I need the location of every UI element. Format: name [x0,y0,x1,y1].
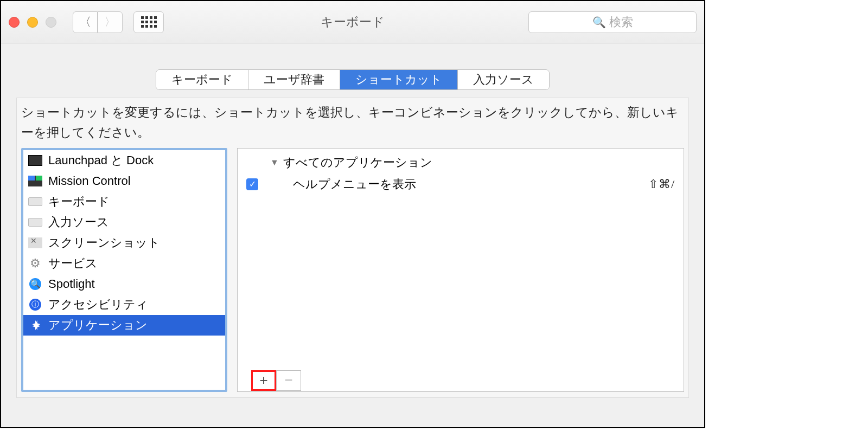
spotlight-icon: 🔍 [28,278,43,290]
group-label: すべてのアプリケーション [283,154,432,171]
app-store-icon [29,319,41,331]
remove-shortcut-button: − [276,370,301,391]
sidebar-item-label: Spotlight [48,277,95,291]
category-sidebar[interactable]: Launchpad と Dock Mission Control キーボード 入… [21,148,227,392]
checkbox-checked[interactable]: ✓ [246,178,258,190]
sidebar-item-keyboard[interactable]: キーボード [23,191,225,212]
search-placeholder: 検索 [609,14,633,30]
search-icon: 🔍 [592,16,606,29]
mission-control-icon [28,175,43,187]
add-remove-buttons: + − [251,370,301,391]
tab-input-sources[interactable]: 入力ソース [458,70,549,89]
tab-keyboard[interactable]: キーボード [156,70,248,89]
add-shortcut-button[interactable]: + [251,370,276,391]
accessibility-icon: ⓘ [28,299,43,311]
app-icon [28,319,43,331]
shortcut-detail[interactable]: ▼ すべてのアプリケーション ✓ ヘルプメニューを表示 ⇧⌘/ [237,148,684,392]
keyboard-icon [28,196,43,208]
minimize-window-button[interactable] [27,17,38,28]
sidebar-item-mission-control[interactable]: Mission Control [23,171,225,191]
launchpad-icon [28,154,43,166]
tab-shortcuts[interactable]: ショートカット [340,70,458,89]
back-button[interactable]: 〈 [73,11,98,33]
preferences-window: 〈 〉 キーボード 🔍 検索 キーボード ユーザ辞書 ショートカット 入力ソース… [0,0,705,428]
sidebar-item-services[interactable]: ⚙ サービス [23,253,225,274]
sidebar-item-applications[interactable]: アプリケーション [23,315,225,336]
sidebar-item-launchpad-dock[interactable]: Launchpad と Dock [23,150,225,171]
input-sources-icon [28,216,43,228]
sidebar-item-accessibility[interactable]: ⓘ アクセシビリティ [23,294,225,315]
titlebar: 〈 〉 キーボード 🔍 検索 [1,1,704,43]
sidebar-item-label: アプリケーション [48,317,148,333]
gear-icon: ⚙ [28,257,43,269]
sidebar-item-label: アクセシビリティ [48,297,148,313]
group-row[interactable]: ▼ すべてのアプリケーション [246,152,675,173]
sidebar-item-label: Launchpad と Dock [48,152,154,169]
zoom-window-button [46,17,56,28]
nav-buttons: 〈 〉 [73,11,123,33]
shortcut-label: ヘルプメニューを表示 [293,176,416,192]
traffic-lights [9,17,56,28]
screenshot-icon [28,237,43,249]
show-all-button[interactable] [133,11,164,33]
close-window-button[interactable] [9,17,20,28]
forward-button: 〉 [98,11,123,33]
tab-user-dictionary[interactable]: ユーザ辞書 [248,70,340,89]
sidebar-item-spotlight[interactable]: 🔍 Spotlight [23,274,225,294]
shortcut-keys[interactable]: ⇧⌘/ [648,177,675,191]
sidebar-item-label: 入力ソース [48,214,109,230]
search-input[interactable]: 🔍 検索 [528,11,697,33]
grid-icon [141,16,157,28]
instructions-text: ショートカットを変更するには、ショートカットを選択し、キーコンビネーションをクリ… [17,98,688,148]
sidebar-item-label: サービス [48,255,98,272]
content-area: ショートカットを変更するには、ショートカットを選択し、キーコンビネーションをクリ… [16,98,689,398]
sidebar-item-label: スクリーンショット [48,235,160,251]
sidebar-item-input-sources[interactable]: 入力ソース [23,212,225,233]
disclosure-triangle-icon[interactable]: ▼ [270,158,281,168]
sidebar-item-screenshot[interactable]: スクリーンショット [23,233,225,253]
sidebar-item-label: キーボード [48,194,110,210]
sidebar-item-label: Mission Control [48,174,131,188]
shortcut-row[interactable]: ✓ ヘルプメニューを表示 ⇧⌘/ [246,173,675,195]
tab-bar: キーボード ユーザ辞書 ショートカット 入力ソース [1,69,704,90]
